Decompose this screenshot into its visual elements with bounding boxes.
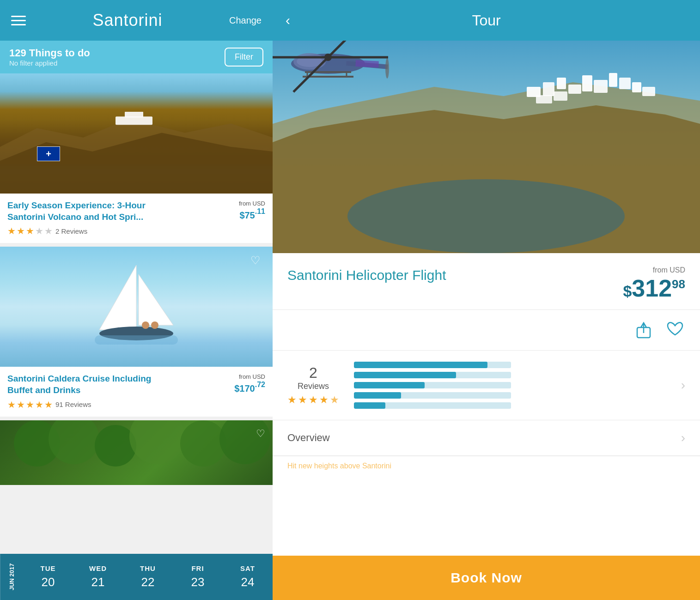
svg-point-8 bbox=[142, 321, 149, 329]
svg-rect-28 bbox=[642, 87, 655, 96]
svg-rect-44 bbox=[355, 60, 379, 68]
rev-star-2: ★ bbox=[298, 394, 307, 406]
reviews-stars-row: ★ ★ ★ ★ ★ bbox=[287, 394, 339, 406]
tour-title-section: Santorini Helicopter Flight from USD $31… bbox=[273, 253, 700, 310]
sailboat-icon bbox=[90, 261, 183, 353]
cal-day-sat[interactable]: SAT 24 bbox=[223, 554, 273, 600]
card-1-reviews: 2 Reviews bbox=[55, 227, 87, 235]
star-5: ★ bbox=[44, 225, 53, 236]
star-2: ★ bbox=[17, 399, 25, 410]
rating-bar-row-1 bbox=[354, 362, 666, 368]
share-button[interactable] bbox=[633, 319, 654, 341]
card-2-stars-row: ★ ★ ★ ★ ★ 91 Reviews bbox=[7, 399, 265, 410]
action-icons-row bbox=[273, 310, 700, 351]
rev-star-5: ★ bbox=[330, 394, 339, 406]
left-panel: Santorini Change 129 Things to do No fil… bbox=[0, 0, 273, 600]
svg-point-15 bbox=[219, 420, 270, 464]
svg-rect-22 bbox=[568, 85, 581, 94]
book-hint-text: Hit new heights above Santorini bbox=[273, 456, 700, 476]
cards-container: + Early Season Experience: 3-Hour Santor… bbox=[0, 73, 273, 554]
menu-icon[interactable] bbox=[11, 16, 26, 25]
filter-info: 129 Things to do No filter applied bbox=[9, 47, 90, 67]
card-1-price-block: from USD $75.11 bbox=[239, 200, 265, 222]
things-to-do-count: 129 Things to do bbox=[9, 47, 90, 59]
rev-star-3: ★ bbox=[309, 394, 318, 406]
svg-marker-5 bbox=[139, 274, 173, 325]
book-now-button[interactable]: Book Now bbox=[273, 556, 700, 600]
back-button[interactable]: ‹ bbox=[286, 12, 290, 28]
reviews-label: Reviews bbox=[298, 382, 329, 391]
cal-day-thu[interactable]: THU 22 bbox=[123, 554, 173, 600]
card-3-preview: ♡ bbox=[0, 420, 273, 485]
svg-rect-7 bbox=[95, 335, 178, 345]
card-2-title: Santorini Caldera Cruise Including Buffe… bbox=[7, 373, 155, 396]
svg-rect-20 bbox=[543, 82, 554, 96]
rating-bar-bg-2 bbox=[354, 372, 511, 378]
card-2-price-block: from USD $170.72 bbox=[234, 373, 265, 395]
cal-day-fri[interactable]: FRI 23 bbox=[173, 554, 223, 600]
filter-button[interactable]: Filter bbox=[225, 48, 263, 67]
reviews-section[interactable]: 2 Reviews ★ ★ ★ ★ ★ bbox=[273, 351, 700, 420]
overview-chevron-icon: › bbox=[681, 430, 685, 445]
star-3: ★ bbox=[26, 399, 34, 410]
rating-bar-fill-3 bbox=[354, 382, 425, 388]
svg-rect-21 bbox=[557, 78, 566, 89]
card-1-info: Early Season Experience: 3-Hour Santorin… bbox=[0, 194, 273, 243]
tour-card-3[interactable]: ♡ bbox=[0, 420, 273, 485]
card-2-info: Santorini Caldera Cruise Including Buffe… bbox=[0, 367, 273, 416]
reviews-left: 2 Reviews ★ ★ ★ ★ ★ bbox=[287, 364, 339, 406]
right-panel: ‹ Tour bbox=[273, 0, 700, 600]
cal-day-wed[interactable]: WED 21 bbox=[73, 554, 123, 600]
filter-status: No filter applied bbox=[9, 59, 90, 67]
rating-bar-row-2 bbox=[354, 372, 666, 378]
card-1-title: Early Season Experience: 3-Hour Santorin… bbox=[7, 200, 164, 223]
calendar-days: TUE 20 WED 21 THU 22 FRI 23 SAT 24 bbox=[23, 554, 273, 600]
cal-day-tue[interactable]: TUE 20 bbox=[23, 554, 73, 600]
card-3-heart-icon[interactable]: ♡ bbox=[256, 428, 265, 440]
filter-bar: 129 Things to do No filter applied Filte… bbox=[0, 41, 273, 73]
card-1-price: $75.11 bbox=[239, 207, 265, 221]
rating-bar-fill-4 bbox=[354, 392, 401, 399]
favorite-button[interactable] bbox=[665, 319, 685, 341]
tour-price: $31298 bbox=[623, 276, 685, 300]
svg-point-31 bbox=[347, 179, 625, 253]
svg-point-11 bbox=[49, 420, 99, 464]
svg-point-9 bbox=[151, 321, 158, 329]
tour-card-1[interactable]: + Early Season Experience: 3-Hour Santor… bbox=[0, 73, 273, 243]
svg-point-36 bbox=[385, 58, 389, 79]
rating-bar-row-4 bbox=[354, 392, 666, 399]
svg-rect-26 bbox=[619, 78, 631, 89]
calendar-bar: JUN 2017 TUE 20 WED 21 THU 22 FRI 23 SAT… bbox=[0, 554, 273, 600]
reviews-count-big: 2 bbox=[309, 364, 317, 382]
rating-bar-bg-1 bbox=[354, 362, 511, 368]
card-2-price: $170.72 bbox=[234, 380, 265, 394]
card-1-stars: ★ ★ ★ ★ ★ bbox=[7, 225, 53, 236]
city-title: Santorini bbox=[92, 11, 162, 30]
card-2-heart-icon[interactable]: ♡ bbox=[250, 254, 265, 269]
rating-bars bbox=[354, 362, 666, 409]
rating-bar-fill-2 bbox=[354, 372, 456, 378]
star-4: ★ bbox=[35, 225, 43, 236]
tour-price-block: from USD $31298 bbox=[623, 266, 685, 300]
tour-title: Santorini Helicopter Flight bbox=[287, 266, 446, 284]
rev-star-4: ★ bbox=[319, 394, 329, 406]
right-bottom: Book Now bbox=[273, 556, 700, 600]
overview-row[interactable]: Overview › bbox=[273, 420, 700, 456]
calendar-month: JUN 2017 bbox=[0, 554, 23, 600]
star-4: ★ bbox=[35, 399, 43, 410]
tour-from-label: from USD bbox=[623, 266, 685, 274]
card-image-2: ♡ bbox=[0, 247, 273, 367]
change-button[interactable]: Change bbox=[229, 15, 262, 26]
svg-rect-29 bbox=[536, 95, 552, 103]
star-3: ★ bbox=[26, 225, 34, 236]
tour-card-2[interactable]: ♡ Santorini Caldera Cruise Including Buf… bbox=[0, 247, 273, 416]
svg-rect-23 bbox=[582, 75, 592, 91]
rating-bar-bg-4 bbox=[354, 392, 511, 399]
tour-detail-body: Santorini Helicopter Flight from USD $31… bbox=[273, 253, 700, 556]
svg-point-13 bbox=[129, 420, 185, 464]
svg-rect-30 bbox=[554, 91, 567, 101]
star-1: ★ bbox=[7, 225, 16, 236]
rating-bar-fill-1 bbox=[354, 362, 487, 368]
rating-bar-bg-3 bbox=[354, 382, 511, 388]
svg-rect-2 bbox=[116, 116, 152, 125]
